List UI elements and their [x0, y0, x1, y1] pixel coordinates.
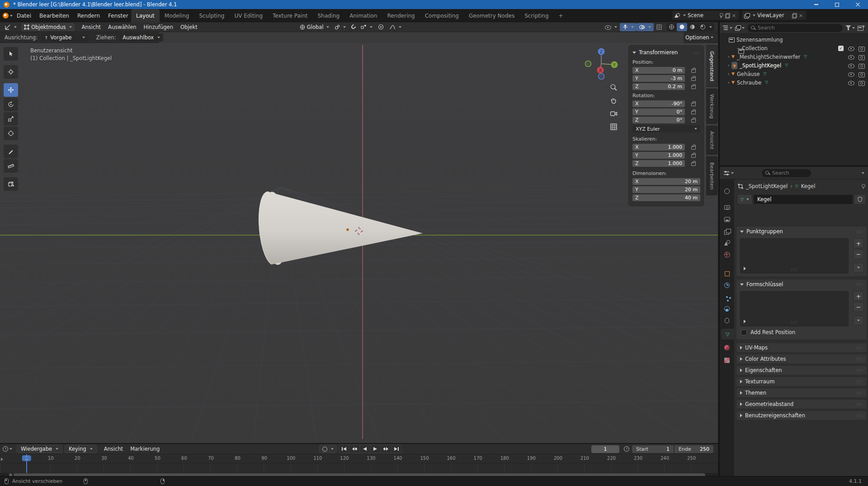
frame-end-field[interactable]: Ende250 — [675, 445, 713, 453]
blender-menu-icon[interactable] — [3, 13, 9, 19]
hide-eye-icon[interactable] — [848, 63, 854, 68]
rotation-mode-dropdown[interactable]: XYZ Euler — [632, 125, 700, 132]
properties-editor-type-button[interactable] — [723, 170, 734, 176]
close-button[interactable] — [847, 0, 868, 9]
play-reverse-button[interactable] — [360, 445, 370, 453]
new-collection-button[interactable]: + — [858, 25, 865, 30]
panel-geometrieabstand[interactable]: Geometrieabstand:::: — [736, 399, 867, 409]
workspace-tab-sculpting[interactable]: Sculpting — [194, 9, 229, 22]
timeline-tracks[interactable] — [0, 463, 718, 473]
pan-tool-button[interactable] — [609, 97, 618, 104]
hide-eye-icon[interactable] — [848, 55, 854, 59]
tab-material[interactable] — [720, 342, 734, 353]
panel-texturraum[interactable]: Texturraum:::: — [736, 377, 867, 387]
ausrichtung-dropdown[interactable]: ↑ Vorgabe — [41, 33, 88, 42]
ziehen-dropdown[interactable]: Auswahlbox — [119, 33, 163, 42]
tab-constraints[interactable] — [720, 315, 734, 326]
lock-icon[interactable] — [690, 145, 696, 150]
camera-view-button[interactable] — [609, 110, 618, 118]
show-overlays-toggle[interactable] — [637, 23, 654, 31]
hide-eye-icon[interactable] — [848, 46, 854, 51]
dimension-z-field[interactable]: Z40 m — [632, 194, 700, 201]
viewport-menu-ansicht[interactable]: Ansicht — [78, 24, 104, 30]
panel-grip-icon[interactable]: :::: — [856, 230, 863, 234]
shading-rendered-button[interactable] — [698, 23, 708, 31]
workspace-tab-layout[interactable]: Layout — [131, 9, 160, 22]
tab-object-data[interactable]: ▽ — [721, 329, 734, 340]
add-workspace-button[interactable]: + — [554, 9, 568, 22]
fake-user-button[interactable] — [854, 195, 865, 204]
breadcrumb-object[interactable]: _SpotLightKegel — [746, 183, 788, 189]
frame-start-field[interactable]: Start1 — [632, 445, 674, 453]
datablock-type-button[interactable]: ▽ — [738, 195, 752, 204]
proportional-editing-toggle[interactable] — [375, 23, 387, 31]
timeline-menu-ansicht[interactable]: Ansicht — [100, 446, 127, 452]
tab-particles[interactable] — [720, 292, 734, 302]
transform-panel-header[interactable]: Transformieren :::: — [632, 49, 700, 56]
position-z-field[interactable]: Z0.2 m — [632, 83, 685, 90]
scale-y-field[interactable]: Y1.000 — [632, 152, 685, 159]
tab-render[interactable] — [720, 202, 734, 213]
panel-grip-icon[interactable]: :::: — [856, 368, 863, 373]
panel-eigenschaften[interactable]: Eigenschaften:::: — [736, 365, 867, 375]
add-vertex-group-button[interactable]: + — [853, 238, 864, 248]
panel-grip-icon[interactable]: :::: — [856, 380, 863, 384]
remove-icon[interactable]: × — [798, 13, 804, 19]
tab-object[interactable] — [720, 268, 734, 279]
menu-bearbeiten[interactable]: Bearbeiten — [35, 9, 73, 22]
jump-to-end-button[interactable] — [391, 445, 401, 453]
lock-icon[interactable] — [690, 109, 696, 115]
minimize-button[interactable] — [806, 0, 826, 9]
outliner-search-input[interactable] — [758, 25, 839, 31]
workspace-tab-modeling[interactable]: Modeling — [160, 9, 194, 22]
sidebar-tab-bearbeiten[interactable]: Bearbeiten — [706, 156, 717, 195]
shape-key-specials-button[interactable] — [853, 316, 864, 326]
vertex-group-list[interactable]: :::: — [740, 238, 849, 274]
resize-grip-icon[interactable]: :::: — [791, 321, 798, 325]
vertex-group-specials-button[interactable] — [853, 263, 864, 273]
sidebar-tab-gegenstand[interactable]: Gegenstand — [706, 45, 717, 87]
shading-solid-button[interactable] — [677, 23, 687, 31]
expand-chevron-icon[interactable]: › — [726, 54, 731, 60]
viewport-3d[interactable]: Benutzeransicht (1) Collection | _SpotLi… — [0, 43, 718, 443]
formschluessel-header[interactable]: Formschlüssel :::: — [736, 279, 867, 289]
jump-to-start-button[interactable] — [339, 445, 349, 453]
tool-add-cube[interactable] — [4, 177, 18, 191]
lock-icon[interactable] — [690, 68, 696, 73]
dimension-x-field[interactable]: X20 m — [632, 178, 700, 185]
wiedergabe-menu[interactable]: Wiedergabe — [17, 445, 62, 453]
tool-rotate[interactable] — [4, 98, 18, 111]
expand-chevron-icon[interactable]: › — [726, 62, 731, 68]
disable-render-icon[interactable] — [859, 80, 864, 85]
proportional-falloff-selector[interactable] — [387, 23, 404, 31]
snap-settings[interactable] — [358, 23, 375, 31]
menu-rendern[interactable]: Rendern — [73, 9, 104, 22]
outliner-filter-button[interactable] — [845, 25, 855, 30]
breadcrumb-data[interactable]: Kegel — [801, 183, 816, 189]
copy-icon[interactable] — [792, 13, 796, 18]
tool-move[interactable] — [4, 83, 18, 97]
sidebar-tab-werkzeug[interactable]: Werkzeug — [706, 89, 717, 124]
tab-tool[interactable] — [720, 186, 734, 197]
exclude-checkbox[interactable]: ✓ — [838, 46, 844, 51]
panel-grip-icon[interactable]: :::: — [856, 357, 863, 361]
expand-chevron-icon[interactable]: › — [726, 80, 731, 85]
rotation-z-field[interactable]: Z0° — [632, 117, 685, 123]
hide-eye-icon[interactable] — [848, 80, 854, 85]
zoom-tool-button[interactable] — [609, 84, 618, 91]
outliner-filter-mode-button[interactable] — [722, 25, 732, 30]
resize-grip-icon[interactable]: :::: — [791, 268, 798, 272]
hide-eye-icon[interactable] — [848, 72, 854, 76]
remove-shape-key-button[interactable]: − — [853, 302, 864, 312]
transform-orientation-selector[interactable]: Global — [297, 23, 332, 31]
tool-select-box[interactable] — [4, 47, 18, 61]
timeline-ruler[interactable]: 1 10203040506070809010011012013014015016… — [0, 454, 718, 463]
lock-icon[interactable] — [690, 153, 696, 158]
optionen-dropdown[interactable]: Optionen — [685, 33, 713, 42]
tool-measure[interactable] — [4, 159, 18, 173]
editor-type-button[interactable] — [2, 23, 19, 31]
chevron-down-icon[interactable] — [862, 171, 864, 175]
outliner-row-gehaeuse[interactable]: › ▼ Gehäuse ▽ — [720, 70, 868, 78]
maximize-button[interactable] — [826, 0, 847, 9]
tool-transform[interactable] — [4, 127, 18, 140]
